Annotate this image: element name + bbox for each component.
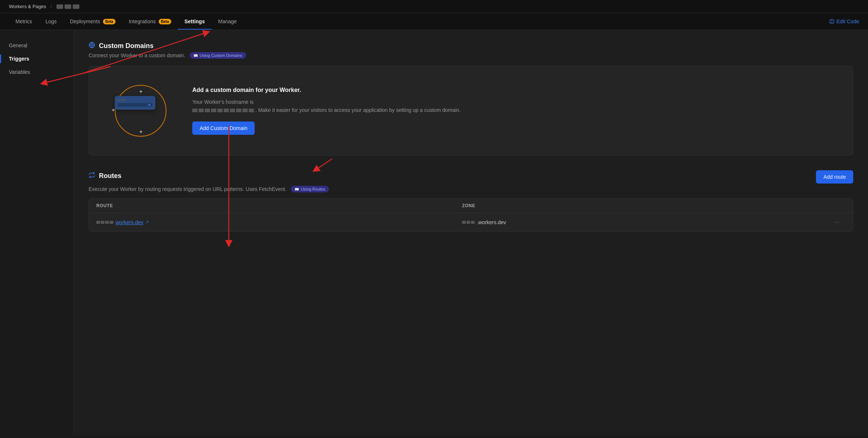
external-link-icon: ↗ bbox=[145, 220, 149, 225]
tab-integrations[interactable]: Integrations Beta bbox=[122, 13, 178, 30]
zone-text: .workers.dev bbox=[477, 219, 506, 225]
routes-desc-row: Execute your Worker by routing requests … bbox=[89, 186, 853, 192]
tab-settings[interactable]: Settings bbox=[178, 13, 211, 30]
browser-dot-3 bbox=[124, 99, 125, 101]
custom-domains-header: Custom Domains bbox=[89, 42, 853, 50]
custom-domains-title: Custom Domains bbox=[99, 42, 154, 50]
browser-address-bar: + bbox=[118, 103, 152, 107]
row-more-actions[interactable]: ··· bbox=[828, 218, 845, 226]
domain-card-text: Your Worker's hostname is bbox=[192, 98, 831, 114]
col-zone: Zone bbox=[462, 203, 828, 208]
worker-icon-block-2 bbox=[65, 4, 71, 9]
main-layout: General Triggers Variables Custom Domain… bbox=[0, 30, 868, 435]
routes-header-row: Routes Add route bbox=[89, 170, 853, 184]
sparkle-top: ✦ bbox=[139, 89, 143, 95]
worker-icon-block-3 bbox=[73, 4, 79, 9]
edit-code-icon bbox=[829, 19, 834, 24]
domain-info: Add a custom domain for your Worker. You… bbox=[192, 87, 831, 135]
browser-dot-1 bbox=[118, 99, 120, 101]
nav-tabs: Metrics Logs Deployments Beta Integratio… bbox=[0, 13, 868, 30]
routes-icon bbox=[89, 172, 95, 180]
routes-desc: Execute your Worker by routing requests … bbox=[89, 186, 286, 192]
custom-domains-desc: Connect your Worker to a custom domain. bbox=[89, 52, 185, 58]
col-actions bbox=[828, 203, 845, 208]
edit-code-button[interactable]: Edit Code bbox=[829, 18, 859, 24]
book-icon: 📖 bbox=[193, 54, 198, 58]
col-route: Route bbox=[96, 203, 462, 208]
sparkle-bottom: ✦ bbox=[139, 129, 143, 135]
domain-card-title: Add a custom domain for your Worker. bbox=[192, 87, 831, 93]
custom-domains-section: Custom Domains Connect your Worker to a … bbox=[89, 42, 853, 155]
tab-logs[interactable]: Logs bbox=[39, 13, 63, 30]
route-value-cell: workers.dev ↗ bbox=[96, 219, 462, 225]
browser-dots bbox=[118, 99, 152, 101]
worker-icon-block-1 bbox=[56, 4, 63, 9]
tab-metrics[interactable]: Metrics bbox=[9, 13, 39, 30]
browser-plus-icon: + bbox=[148, 102, 151, 108]
domain-illustration: ✦ ✦ ✦ + bbox=[111, 81, 170, 140]
add-route-button[interactable]: Add route bbox=[816, 170, 853, 184]
zone-value-cell: .workers.dev bbox=[462, 219, 828, 225]
tab-manage[interactable]: Manage bbox=[211, 13, 244, 30]
using-routes-badge[interactable]: 📖 Using Routes bbox=[291, 186, 329, 192]
route-redacted-prefix bbox=[96, 221, 113, 224]
breadcrumb-workers: Workers & Pages bbox=[9, 4, 46, 9]
routes-book-icon: 📖 bbox=[294, 187, 299, 191]
deployments-beta-badge: Beta bbox=[103, 19, 116, 24]
main-content: Custom Domains Connect your Worker to a … bbox=[74, 30, 868, 435]
worker-name bbox=[56, 4, 79, 9]
route-link[interactable]: workers.dev bbox=[116, 219, 143, 225]
routes-section-header: Routes bbox=[89, 172, 121, 180]
illustration-browser: + bbox=[115, 96, 155, 110]
routes-section: Routes Add route Execute your Worker by … bbox=[89, 170, 853, 232]
browser-dot-2 bbox=[121, 99, 123, 101]
tab-deployments[interactable]: Deployments Beta bbox=[63, 13, 122, 30]
routes-title: Routes bbox=[99, 172, 121, 180]
sidebar-item-general[interactable]: General bbox=[0, 39, 73, 52]
sidebar-item-triggers[interactable]: Triggers bbox=[0, 52, 73, 65]
sidebar-item-variables[interactable]: Variables bbox=[0, 65, 73, 79]
sidebar: General Triggers Variables bbox=[0, 30, 74, 435]
routes-table-header: Route Zone bbox=[89, 199, 853, 213]
custom-domain-card: ✦ ✦ ✦ + A bbox=[89, 66, 853, 155]
table-row: workers.dev ↗ .workers.dev ··· bbox=[89, 213, 853, 231]
top-bar: Workers & Pages / bbox=[0, 0, 868, 13]
breadcrumb-separator: / bbox=[51, 4, 52, 9]
routes-table: Route Zone workers.dev ↗ bbox=[89, 198, 853, 232]
add-custom-domain-button[interactable]: Add Custom Domain bbox=[192, 122, 255, 135]
custom-domains-desc-row: Connect your Worker to a custom domain. … bbox=[89, 52, 853, 59]
hostname-redacted bbox=[192, 109, 254, 112]
integrations-beta-badge: Beta bbox=[159, 19, 171, 24]
using-custom-domains-badge[interactable]: 📖 Using Custom Domains bbox=[190, 52, 246, 59]
zone-redacted-prefix bbox=[462, 221, 475, 224]
custom-domains-icon bbox=[89, 42, 95, 50]
